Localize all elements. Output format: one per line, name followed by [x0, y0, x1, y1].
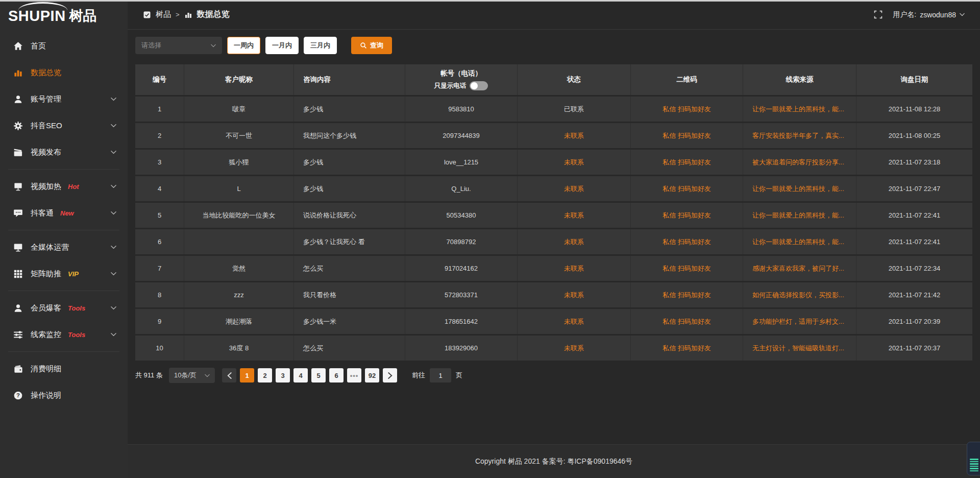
cell-nickname: 啵章: [184, 97, 293, 122]
filter-select[interactable]: 请选择: [135, 37, 222, 54]
page-size-select[interactable]: 10条/页: [169, 368, 215, 383]
range-button-one-week[interactable]: 一周内: [227, 37, 260, 54]
range-button-one-month[interactable]: 一月内: [265, 37, 299, 54]
cell-status: 未联系: [517, 229, 630, 254]
table-row: 1啵章多少钱9583810已联系私信 扫码加好友让你一眼就爱上的黑科技，能...…: [135, 97, 972, 122]
cell-id: 8: [135, 282, 184, 307]
page-button-92[interactable]: 92: [365, 368, 379, 383]
user-menu[interactable]: 用户名: zswodun88: [893, 10, 965, 19]
cell-nickname: 当地比较能吃的一位美女: [184, 203, 293, 228]
sidebar-item-label: 视频发布: [31, 148, 61, 157]
bars-chart-icon: [13, 68, 23, 78]
cell-source[interactable]: 如何正确选择投影仪，买投影...: [743, 282, 856, 307]
page-ellipsis-button[interactable]: •••: [347, 368, 361, 383]
page-button-2[interactable]: 2: [258, 368, 272, 383]
cell-nickname: 狐小狸: [184, 150, 293, 175]
floating-widget[interactable]: [967, 442, 980, 475]
qrcode-actions[interactable]: 私信 扫码加好友: [663, 317, 711, 326]
sidebar-item-instructions[interactable]: ?操作说明: [0, 382, 128, 409]
qrcode-actions[interactable]: 私信 扫码加好友: [663, 105, 711, 114]
cell-source[interactable]: 多功能护栏灯，适用于乡村文...: [743, 309, 856, 334]
chevron-down-icon: [111, 245, 116, 249]
cell-source[interactable]: 让你一眼就爱上的黑科技，能...: [743, 203, 856, 228]
qrcode-actions[interactable]: 私信 扫码加好友: [663, 158, 711, 167]
cell-date: 2021-11-07 23:18: [856, 150, 972, 175]
page-button-1[interactable]: 1: [240, 368, 254, 383]
sidebar-item-media-ops[interactable]: 全媒体运营: [0, 234, 128, 260]
page-button-6[interactable]: 6: [329, 368, 344, 383]
cell-source[interactable]: 客厅安装投影半年多了，真实...: [743, 123, 856, 148]
sidebar-item-matrix-boost[interactable]: 矩阵助推VIP: [0, 260, 128, 287]
cell-nickname: [184, 229, 293, 254]
search-button[interactable]: 查询: [351, 37, 392, 54]
page-button-4[interactable]: 4: [293, 368, 308, 383]
cell-nickname: zzz: [184, 282, 293, 307]
sidebar-item-consumption-detail[interactable]: 消费明细: [0, 355, 128, 382]
cell-nickname: 36度 8: [184, 336, 293, 361]
cell-content: 多少钱: [293, 176, 405, 201]
qrcode-actions[interactable]: 私信 扫码加好友: [663, 131, 711, 140]
cell-source[interactable]: 让你一眼就爱上的黑科技，能...: [743, 97, 856, 122]
cell-status: 未联系: [517, 176, 630, 201]
status-badge: 未联系: [564, 131, 584, 140]
table-row: 7觉然怎么买917024162未联系私信 扫码加好友感谢大家喜欢我家，被问了好.…: [135, 256, 972, 281]
qrcode-actions[interactable]: 私信 扫码加好友: [663, 264, 711, 273]
cell-qrcode: 私信 扫码加好友: [630, 256, 743, 281]
cell-source[interactable]: 感谢大家喜欢我家，被问了好...: [743, 256, 856, 281]
sidebar-item-clue-monitor[interactable]: 线索监控Tools: [0, 321, 128, 348]
range-button-three-month[interactable]: 三月内: [304, 37, 337, 54]
cell-date: 2021-11-08 00:25: [856, 123, 972, 148]
logo[interactable]: SHUPIN 树品: [0, 0, 128, 32]
sidebar-item-video-publish[interactable]: 视频发布: [0, 139, 128, 165]
phone-only-toggle[interactable]: [470, 81, 488, 90]
page-button-3[interactable]: 3: [276, 368, 290, 383]
cell-source[interactable]: 无主灯设计，智能磁吸轨道灯...: [743, 336, 856, 361]
cell-source[interactable]: 被大家追着问的客厅投影分享...: [743, 150, 856, 175]
next-page-button[interactable]: [383, 368, 397, 383]
wallet-icon: [13, 364, 23, 374]
qrcode-actions[interactable]: 私信 扫码加好友: [663, 344, 711, 353]
cell-status: 未联系: [517, 203, 630, 228]
breadcrumb-root[interactable]: 树品: [156, 10, 171, 19]
table-row: 5当地比较能吃的一位美女说说价格让我死心50534380未联系私信 扫码加好友让…: [135, 203, 972, 228]
chevron-down-icon: [211, 44, 216, 47]
cell-date: 2021-11-07 22:41: [856, 203, 972, 228]
cell-date: 2021-11-07 20:37: [856, 336, 972, 361]
qrcode-actions[interactable]: 私信 扫码加好友: [663, 291, 711, 300]
status-badge: 未联系: [564, 317, 584, 326]
cell-nickname: 不可一世: [184, 123, 293, 148]
prev-page-button[interactable]: [222, 368, 236, 383]
sidebar-item-label: 全媒体运营: [31, 243, 69, 252]
sidebar-item-home[interactable]: 首页: [0, 33, 128, 59]
sidebar-item-video-heat[interactable]: 视频加热Hot: [0, 173, 128, 200]
breadcrumb: 树品 > 数据总览: [143, 9, 230, 20]
sidebar-item-douyin-seo[interactable]: 抖音SEO: [0, 112, 128, 139]
cell-source[interactable]: 让你一眼就爱上的黑科技，能...: [743, 229, 856, 254]
table-row: 6多少钱？让我死心 看70898792未联系私信 扫码加好友让你一眼就爱上的黑科…: [135, 229, 972, 254]
qrcode-actions[interactable]: 私信 扫码加好友: [663, 237, 711, 247]
page-button-5[interactable]: 5: [311, 368, 326, 383]
cell-status: 未联系: [517, 282, 630, 307]
qrcode-actions[interactable]: 私信 扫码加好友: [663, 184, 711, 194]
sidebar-item-data-overview[interactable]: 数据总览: [0, 59, 128, 86]
help-icon: ?: [13, 391, 23, 400]
fullscreen-icon[interactable]: [874, 10, 883, 19]
user-icon: [13, 94, 23, 104]
sidebar-divider: [8, 351, 119, 352]
chevron-down-icon: [111, 211, 116, 215]
cell-id: 7: [135, 256, 184, 281]
qrcode-actions[interactable]: 私信 扫码加好友: [663, 211, 711, 220]
status-badge: 已联系: [564, 105, 584, 114]
sidebar: SHUPIN 树品 首页数据总览账号管理抖音SEO视频发布视频加热Hot抖客通N…: [0, 0, 128, 478]
username-label: 用户名:: [893, 10, 916, 19]
username-value: zswodun88: [920, 11, 956, 19]
cell-source[interactable]: 让你一眼就爱上的黑科技，能...: [743, 176, 856, 201]
sidebar-item-label: 数据总览: [31, 68, 61, 78]
chevron-down-icon: [111, 272, 116, 276]
goto-page-input[interactable]: [430, 368, 451, 383]
sidebar-item-member-burst[interactable]: 会员爆客Tools: [0, 295, 128, 321]
sidebar-item-account-manage[interactable]: 账号管理: [0, 86, 128, 112]
sidebar-item-label: 抖客通: [31, 208, 54, 218]
chevron-down-icon: [111, 332, 116, 337]
sidebar-item-douketong[interactable]: 抖客通New: [0, 200, 128, 226]
